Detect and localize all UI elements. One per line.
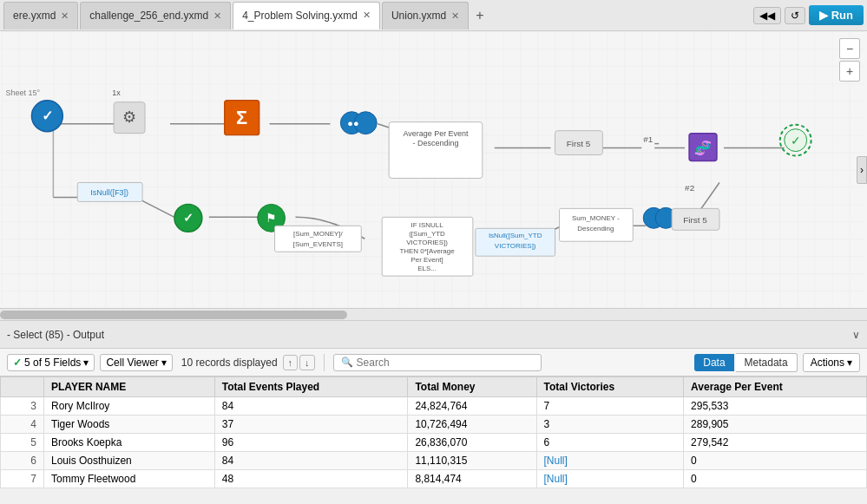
- cell-player-name: Tiger Woods: [44, 416, 215, 434]
- node-isnull1[interactable]: IsNull([F3]): [77, 182, 142, 201]
- svg-text:Descending: Descending: [577, 225, 614, 232]
- tab-nav-history[interactable]: ↺: [785, 7, 805, 24]
- cell-victories: [Null]: [536, 470, 684, 488]
- tab-bar: ere.yxmd ✕ challenge_256_end.yxmd ✕ 4_Pr…: [0, 0, 867, 31]
- cell-victories: 7: [536, 397, 684, 416]
- tab-challenge[interactable]: challenge_256_end.yxmd ✕: [80, 2, 231, 29]
- svg-text:- Descending: - Descending: [413, 139, 459, 147]
- cell-avg: 0: [684, 452, 867, 470]
- data-view-button[interactable]: Data: [694, 354, 733, 371]
- node-first1[interactable]: First 5: [555, 131, 603, 155]
- close-tab-challenge[interactable]: ✕: [213, 10, 221, 22]
- cell-events: 84: [214, 452, 408, 470]
- data-table: PLAYER NAME Total Events Played Total Mo…: [0, 376, 867, 488]
- col-header-events-played[interactable]: Total Events Played: [214, 377, 408, 397]
- svg-text:([Sum_YTD: ([Sum_YTD: [409, 230, 445, 238]
- col-header-total-money[interactable]: Total Money: [408, 377, 536, 397]
- svg-text:Average Per Event: Average Per Event: [403, 129, 469, 138]
- table-row: 7Tommy Fleetwood488,814,474[Null]0: [1, 470, 867, 488]
- fields-label: 5 of 5 Fields: [24, 357, 81, 369]
- workflow-canvas: #1 #2 ✓ ⚙ 1x Σ ●● Average Per Event: [0, 31, 867, 309]
- actions-dropdown[interactable]: Actions ▾: [803, 353, 860, 372]
- cell-record-num: 3: [1, 397, 44, 416]
- run-icon: ▶: [819, 9, 828, 22]
- node-summarize[interactable]: Σ: [225, 101, 259, 135]
- svg-text:IsNull([Sum_YTD: IsNull([Sum_YTD: [489, 232, 542, 239]
- node-formula-isnull-victories[interactable]: IsNull([Sum_YTD VICTORIES]): [476, 228, 555, 256]
- col-header-record[interactable]: [1, 377, 44, 397]
- close-tab-problem[interactable]: ✕: [363, 10, 371, 21]
- cell-record-num: 5: [1, 434, 44, 452]
- node-join1[interactable]: ●●: [340, 112, 377, 134]
- node-select1[interactable]: 🧬: [689, 134, 717, 161]
- records-count: 10 records displayed: [181, 357, 278, 369]
- node-first2[interactable]: First 5: [672, 208, 719, 230]
- cell-victories: 6: [536, 434, 684, 452]
- col-header-player-name[interactable]: PLAYER NAME: [44, 377, 215, 397]
- fields-dropdown[interactable]: ✓ 5 of 5 Fields ▾: [7, 354, 95, 371]
- cell-viewer-dropdown[interactable]: Cell Viewer ▾: [100, 354, 172, 371]
- svg-text:IsNull([F3]): IsNull([F3]): [90, 188, 128, 197]
- cell-money: 11,110,315: [408, 452, 536, 470]
- cell-avg: 279,542: [684, 434, 867, 452]
- canvas-expand-right[interactable]: ›: [857, 156, 867, 184]
- cell-money: 10,726,494: [408, 416, 536, 434]
- cell-events: 96: [214, 434, 408, 452]
- svg-text:✓: ✓: [791, 134, 801, 147]
- cell-record-num: 6: [1, 452, 44, 470]
- data-table-container: PLAYER NAME Total Events Played Total Mo…: [0, 376, 867, 504]
- run-button[interactable]: ▶ Run: [809, 5, 864, 25]
- svg-text:1x: 1x: [112, 88, 121, 97]
- cell-money: 8,814,474: [408, 470, 536, 488]
- svg-text:Sum_MONEY -: Sum_MONEY -: [572, 214, 620, 222]
- node-output1[interactable]: ✓: [780, 125, 811, 156]
- horizontal-scrollbar[interactable]: [0, 309, 867, 321]
- sort-descending-button[interactable]: ↓: [299, 355, 315, 370]
- node-sort1[interactable]: Average Per Event - Descending: [389, 122, 483, 179]
- tab-union[interactable]: Union.yxmd ✕: [382, 2, 469, 29]
- table-header-row: PLAYER NAME Total Events Played Total Mo…: [1, 377, 867, 397]
- tab-ere[interactable]: ere.yxmd ✕: [3, 2, 78, 29]
- metadata-view-button[interactable]: Metadata: [736, 353, 798, 372]
- cell-victories: [Null]: [536, 452, 684, 470]
- search-input[interactable]: [357, 357, 534, 369]
- node-check2[interactable]: ✓: [174, 204, 202, 232]
- cell-events: 48: [214, 470, 408, 488]
- tab-problem-solving[interactable]: 4_Problem Solving.yxmd ✕: [233, 2, 380, 29]
- node-check1[interactable]: ✓: [31, 101, 62, 132]
- cell-events: 37: [214, 416, 408, 434]
- node-sort2[interactable]: Sum_MONEY - Descending: [560, 208, 634, 241]
- svg-text:#2: #2: [685, 183, 695, 193]
- table-body: 3Rory McIlroy8424,824,7647295,5334Tiger …: [1, 397, 867, 488]
- table-row: 5Brooks Koepka9626,836,0706279,542: [1, 434, 867, 452]
- svg-text:#1: #1: [643, 134, 654, 144]
- tab-nav-back[interactable]: ◀◀: [753, 7, 781, 24]
- cell-player-name: Louis Oosthuizen: [44, 452, 215, 470]
- viewer-label: Cell Viewer: [106, 357, 158, 369]
- results-title: - Select (85) - Output: [7, 329, 849, 341]
- svg-text:Per Event]: Per Event]: [411, 256, 443, 264]
- results-panel: - Select (85) - Output ∨ ✓ 5 of 5 Fields…: [0, 321, 867, 504]
- zoom-plus-button[interactable]: +: [839, 61, 860, 82]
- close-tab-ere[interactable]: ✕: [61, 10, 69, 22]
- sort-ascending-button[interactable]: ↑: [283, 355, 299, 370]
- cell-money: 26,836,070: [408, 434, 536, 452]
- svg-text:[Sum_EVENTS]: [Sum_EVENTS]: [293, 240, 343, 248]
- viewer-chevron-icon: ▾: [161, 357, 167, 369]
- col-header-total-victories[interactable]: Total Victories: [536, 377, 684, 397]
- node-formula-ifisnull[interactable]: IF ISNULL ([Sum_YTD VICTORIES]) THEN 0*[…: [382, 217, 473, 276]
- close-tab-union[interactable]: ✕: [451, 10, 459, 22]
- null-value: [Null]: [544, 455, 568, 467]
- add-tab-button[interactable]: +: [470, 8, 489, 23]
- node-formula-sum[interactable]: [Sum_MONEY]/ [Sum_EVENTS]: [275, 226, 362, 252]
- col-header-avg-per-event[interactable]: Average Per Event: [684, 377, 867, 397]
- table-row: 3Rory McIlroy8424,824,7647295,533: [1, 397, 867, 416]
- node-join2[interactable]: [643, 207, 676, 228]
- zoom-minus-button[interactable]: −: [839, 38, 860, 59]
- collapse-results-button[interactable]: ∨: [852, 329, 860, 341]
- node-filter1[interactable]: ⚙: [114, 102, 145, 134]
- zoom-controls: − +: [839, 38, 860, 82]
- svg-text:⚑: ⚑: [266, 211, 277, 225]
- svg-text:ELS...: ELS...: [417, 265, 437, 272]
- svg-text:✓: ✓: [183, 211, 194, 225]
